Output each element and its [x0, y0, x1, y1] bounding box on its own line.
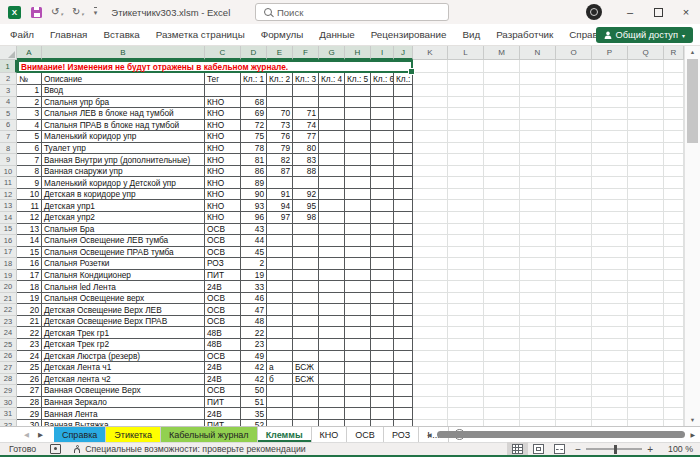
cell-terminal-5[interactable]: [345, 143, 371, 155]
cell-terminal-4[interactable]: [319, 85, 345, 97]
cell[interactable]: [484, 189, 520, 201]
cell-number[interactable]: 4: [17, 120, 42, 132]
cell-terminal-5[interactable]: [345, 408, 371, 420]
cell[interactable]: [628, 397, 664, 409]
cell-terminal-2[interactable]: [267, 385, 293, 397]
cell[interactable]: [520, 293, 556, 305]
cell-terminal-3[interactable]: [293, 385, 319, 397]
cell-terminal-6[interactable]: [371, 270, 394, 282]
row-header-3[interactable]: 3: [0, 85, 17, 97]
cell-terminal-1[interactable]: 19: [241, 270, 267, 282]
cell-number[interactable]: 20: [17, 304, 42, 316]
cell-terminal-5[interactable]: [345, 224, 371, 236]
cell[interactable]: [556, 247, 592, 259]
cell-tag[interactable]: КНО: [205, 120, 241, 132]
vertical-scroll-thumb[interactable]: [687, 59, 698, 143]
cell[interactable]: [413, 166, 448, 178]
row-header-23[interactable]: 23: [0, 316, 17, 328]
cell[interactable]: [664, 258, 684, 270]
cell-terminal-3[interactable]: 83: [293, 154, 319, 166]
cell[interactable]: [592, 154, 628, 166]
cell[interactable]: [413, 177, 448, 189]
cell-tag[interactable]: КНО: [205, 200, 241, 212]
cell-terminal-2[interactable]: 87: [267, 166, 293, 178]
cell-terminal-4[interactable]: [319, 374, 345, 386]
cell-terminal-3[interactable]: [293, 293, 319, 305]
ribbon-tab-0[interactable]: Файл: [2, 29, 42, 40]
cell-terminal-1[interactable]: 93: [241, 200, 267, 212]
cell[interactable]: [413, 281, 448, 293]
cell[interactable]: [664, 362, 684, 374]
cell[interactable]: [556, 120, 592, 132]
cell[interactable]: [592, 108, 628, 120]
cell-terminal-1[interactable]: 46: [241, 293, 267, 305]
cell[interactable]: [413, 154, 448, 166]
cell-terminal-1[interactable]: 47: [241, 304, 267, 316]
cell-tag[interactable]: [205, 85, 241, 97]
cell-terminal-1[interactable]: 89: [241, 177, 267, 189]
cell-description[interactable]: Туалет упр: [42, 143, 205, 155]
cell-number[interactable]: 18: [17, 281, 42, 293]
cell-terminal-7[interactable]: [394, 270, 413, 282]
cell-number[interactable]: 7: [17, 154, 42, 166]
cell-description[interactable]: Детская Освещение Верх ЛЕВ: [42, 304, 205, 316]
minimize-button[interactable]: –: [616, 0, 644, 24]
cell[interactable]: [556, 189, 592, 201]
cell-terminal-1[interactable]: 42: [241, 374, 267, 386]
cell[interactable]: [484, 97, 520, 109]
cell-terminal-6[interactable]: [371, 397, 394, 409]
cell[interactable]: [556, 60, 592, 73]
cell-terminal-1[interactable]: [241, 85, 267, 97]
cell-terminal-4[interactable]: [319, 362, 345, 374]
cell[interactable]: [556, 327, 592, 339]
cell[interactable]: [592, 189, 628, 201]
column-header-D[interactable]: D: [241, 46, 267, 60]
cell-number[interactable]: 19: [17, 293, 42, 305]
row-header-14[interactable]: 14: [0, 212, 17, 224]
cell-description[interactable]: Спальня led Лента: [42, 281, 205, 293]
cell-description[interactable]: Спальня Освещение ЛЕВ тумба: [42, 235, 205, 247]
cell[interactable]: [484, 316, 520, 328]
redo-button[interactable]: ↻▾: [72, 7, 84, 17]
row-header-10[interactable]: 10: [0, 166, 17, 178]
cell[interactable]: [592, 235, 628, 247]
cell-description[interactable]: Детская Трек гр1: [42, 327, 205, 339]
cell-terminal-1[interactable]: 42: [241, 362, 267, 374]
cell-tag[interactable]: ПИТ: [205, 270, 241, 282]
row-header-5[interactable]: 5: [0, 108, 17, 120]
cell[interactable]: [484, 200, 520, 212]
cell[interactable]: [664, 351, 684, 363]
cell-tag[interactable]: ОСВ: [205, 224, 241, 236]
row-header-7[interactable]: 7: [0, 131, 17, 143]
cell[interactable]: [556, 281, 592, 293]
cell[interactable]: [664, 97, 684, 109]
cell-terminal-5[interactable]: [345, 177, 371, 189]
cell-terminal-2[interactable]: 82: [267, 154, 293, 166]
cell[interactable]: [664, 212, 684, 224]
cell[interactable]: [664, 200, 684, 212]
cell[interactable]: [448, 304, 484, 316]
cell-number[interactable]: 13: [17, 224, 42, 236]
cell[interactable]: [448, 351, 484, 363]
undo-button[interactable]: ↺▾: [51, 7, 63, 17]
cell-terminal-3[interactable]: [293, 224, 319, 236]
ribbon-tab-2[interactable]: Вставка: [95, 29, 147, 40]
cell[interactable]: [448, 327, 484, 339]
cell-description[interactable]: Ванная Внутри упр (дополнительные): [42, 154, 205, 166]
header-cell-terminal-5[interactable]: Кл.: 5: [345, 73, 371, 85]
cell[interactable]: [448, 224, 484, 236]
cell-tag[interactable]: РОЗ: [205, 258, 241, 270]
cell-number[interactable]: 27: [17, 385, 42, 397]
cell-terminal-6[interactable]: [371, 235, 394, 247]
cell[interactable]: [520, 304, 556, 316]
cell-terminal-5[interactable]: [345, 351, 371, 363]
cell-terminal-2[interactable]: б: [267, 374, 293, 386]
cell[interactable]: [413, 85, 448, 97]
cell[interactable]: [520, 131, 556, 143]
cell[interactable]: [448, 108, 484, 120]
cell-tag[interactable]: 24В: [205, 374, 241, 386]
column-header-H[interactable]: H: [345, 46, 371, 60]
cell-terminal-2[interactable]: [267, 397, 293, 409]
cell-description[interactable]: Детская Лента ч1: [42, 362, 205, 374]
cell-terminal-6[interactable]: [371, 408, 394, 420]
